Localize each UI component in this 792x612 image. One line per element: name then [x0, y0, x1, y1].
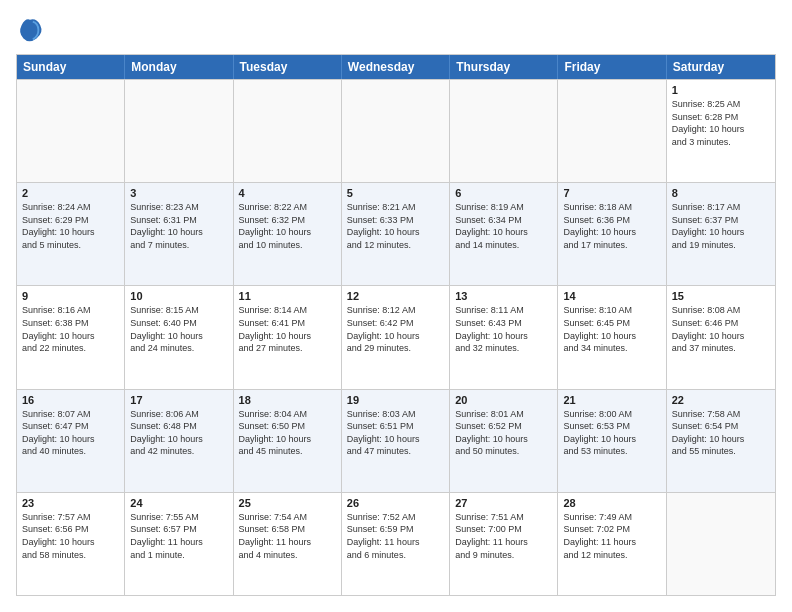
cal-cell: 16Sunrise: 8:07 AM Sunset: 6:47 PM Dayli…	[17, 390, 125, 492]
day-number: 15	[672, 290, 770, 302]
calendar-body: 1Sunrise: 8:25 AM Sunset: 6:28 PM Daylig…	[17, 79, 775, 595]
cal-cell: 7Sunrise: 8:18 AM Sunset: 6:36 PM Daylig…	[558, 183, 666, 285]
day-number: 19	[347, 394, 444, 406]
day-info: Sunrise: 7:57 AM Sunset: 6:56 PM Dayligh…	[22, 511, 119, 561]
cal-cell: 13Sunrise: 8:11 AM Sunset: 6:43 PM Dayli…	[450, 286, 558, 388]
cal-cell: 8Sunrise: 8:17 AM Sunset: 6:37 PM Daylig…	[667, 183, 775, 285]
day-info: Sunrise: 8:21 AM Sunset: 6:33 PM Dayligh…	[347, 201, 444, 251]
cal-cell: 15Sunrise: 8:08 AM Sunset: 6:46 PM Dayli…	[667, 286, 775, 388]
header	[16, 16, 776, 44]
week-row-1: 1Sunrise: 8:25 AM Sunset: 6:28 PM Daylig…	[17, 79, 775, 182]
week-row-3: 9Sunrise: 8:16 AM Sunset: 6:38 PM Daylig…	[17, 285, 775, 388]
day-number: 1	[672, 84, 770, 96]
day-number: 16	[22, 394, 119, 406]
cal-cell: 25Sunrise: 7:54 AM Sunset: 6:58 PM Dayli…	[234, 493, 342, 595]
day-info: Sunrise: 8:12 AM Sunset: 6:42 PM Dayligh…	[347, 304, 444, 354]
cal-cell: 6Sunrise: 8:19 AM Sunset: 6:34 PM Daylig…	[450, 183, 558, 285]
cal-cell: 26Sunrise: 7:52 AM Sunset: 6:59 PM Dayli…	[342, 493, 450, 595]
header-day-sunday: Sunday	[17, 55, 125, 79]
day-number: 23	[22, 497, 119, 509]
day-number: 27	[455, 497, 552, 509]
cal-cell	[234, 80, 342, 182]
day-number: 8	[672, 187, 770, 199]
day-number: 2	[22, 187, 119, 199]
day-number: 18	[239, 394, 336, 406]
cal-cell: 23Sunrise: 7:57 AM Sunset: 6:56 PM Dayli…	[17, 493, 125, 595]
day-number: 12	[347, 290, 444, 302]
day-number: 3	[130, 187, 227, 199]
day-number: 17	[130, 394, 227, 406]
day-info: Sunrise: 8:07 AM Sunset: 6:47 PM Dayligh…	[22, 408, 119, 458]
day-number: 22	[672, 394, 770, 406]
cal-cell: 5Sunrise: 8:21 AM Sunset: 6:33 PM Daylig…	[342, 183, 450, 285]
day-number: 11	[239, 290, 336, 302]
cal-cell: 28Sunrise: 7:49 AM Sunset: 7:02 PM Dayli…	[558, 493, 666, 595]
day-info: Sunrise: 7:49 AM Sunset: 7:02 PM Dayligh…	[563, 511, 660, 561]
cal-cell	[342, 80, 450, 182]
day-info: Sunrise: 8:23 AM Sunset: 6:31 PM Dayligh…	[130, 201, 227, 251]
day-number: 9	[22, 290, 119, 302]
day-info: Sunrise: 8:17 AM Sunset: 6:37 PM Dayligh…	[672, 201, 770, 251]
header-day-saturday: Saturday	[667, 55, 775, 79]
page: SundayMondayTuesdayWednesdayThursdayFrid…	[0, 0, 792, 612]
cal-cell: 14Sunrise: 8:10 AM Sunset: 6:45 PM Dayli…	[558, 286, 666, 388]
day-info: Sunrise: 8:19 AM Sunset: 6:34 PM Dayligh…	[455, 201, 552, 251]
cal-cell: 22Sunrise: 7:58 AM Sunset: 6:54 PM Dayli…	[667, 390, 775, 492]
cal-cell: 18Sunrise: 8:04 AM Sunset: 6:50 PM Dayli…	[234, 390, 342, 492]
day-number: 21	[563, 394, 660, 406]
cal-cell	[17, 80, 125, 182]
day-info: Sunrise: 7:54 AM Sunset: 6:58 PM Dayligh…	[239, 511, 336, 561]
cal-cell: 1Sunrise: 8:25 AM Sunset: 6:28 PM Daylig…	[667, 80, 775, 182]
day-info: Sunrise: 8:25 AM Sunset: 6:28 PM Dayligh…	[672, 98, 770, 148]
day-info: Sunrise: 8:15 AM Sunset: 6:40 PM Dayligh…	[130, 304, 227, 354]
calendar-header: SundayMondayTuesdayWednesdayThursdayFrid…	[17, 55, 775, 79]
day-info: Sunrise: 8:03 AM Sunset: 6:51 PM Dayligh…	[347, 408, 444, 458]
cal-cell	[558, 80, 666, 182]
week-row-2: 2Sunrise: 8:24 AM Sunset: 6:29 PM Daylig…	[17, 182, 775, 285]
header-day-monday: Monday	[125, 55, 233, 79]
cal-cell: 10Sunrise: 8:15 AM Sunset: 6:40 PM Dayli…	[125, 286, 233, 388]
cal-cell: 9Sunrise: 8:16 AM Sunset: 6:38 PM Daylig…	[17, 286, 125, 388]
header-day-tuesday: Tuesday	[234, 55, 342, 79]
day-info: Sunrise: 8:00 AM Sunset: 6:53 PM Dayligh…	[563, 408, 660, 458]
cal-cell: 11Sunrise: 8:14 AM Sunset: 6:41 PM Dayli…	[234, 286, 342, 388]
day-info: Sunrise: 7:52 AM Sunset: 6:59 PM Dayligh…	[347, 511, 444, 561]
week-row-4: 16Sunrise: 8:07 AM Sunset: 6:47 PM Dayli…	[17, 389, 775, 492]
header-day-wednesday: Wednesday	[342, 55, 450, 79]
header-day-friday: Friday	[558, 55, 666, 79]
day-number: 28	[563, 497, 660, 509]
week-row-5: 23Sunrise: 7:57 AM Sunset: 6:56 PM Dayli…	[17, 492, 775, 595]
cal-cell	[450, 80, 558, 182]
day-info: Sunrise: 8:24 AM Sunset: 6:29 PM Dayligh…	[22, 201, 119, 251]
logo	[16, 16, 48, 44]
cal-cell	[667, 493, 775, 595]
day-number: 4	[239, 187, 336, 199]
day-info: Sunrise: 7:58 AM Sunset: 6:54 PM Dayligh…	[672, 408, 770, 458]
cal-cell: 2Sunrise: 8:24 AM Sunset: 6:29 PM Daylig…	[17, 183, 125, 285]
logo-icon	[16, 16, 44, 44]
cal-cell: 12Sunrise: 8:12 AM Sunset: 6:42 PM Dayli…	[342, 286, 450, 388]
day-info: Sunrise: 8:11 AM Sunset: 6:43 PM Dayligh…	[455, 304, 552, 354]
day-info: Sunrise: 8:04 AM Sunset: 6:50 PM Dayligh…	[239, 408, 336, 458]
day-number: 13	[455, 290, 552, 302]
day-number: 14	[563, 290, 660, 302]
day-info: Sunrise: 8:08 AM Sunset: 6:46 PM Dayligh…	[672, 304, 770, 354]
day-info: Sunrise: 7:55 AM Sunset: 6:57 PM Dayligh…	[130, 511, 227, 561]
header-day-thursday: Thursday	[450, 55, 558, 79]
day-info: Sunrise: 8:06 AM Sunset: 6:48 PM Dayligh…	[130, 408, 227, 458]
cal-cell	[125, 80, 233, 182]
cal-cell: 4Sunrise: 8:22 AM Sunset: 6:32 PM Daylig…	[234, 183, 342, 285]
calendar: SundayMondayTuesdayWednesdayThursdayFrid…	[16, 54, 776, 596]
cal-cell: 3Sunrise: 8:23 AM Sunset: 6:31 PM Daylig…	[125, 183, 233, 285]
cal-cell: 27Sunrise: 7:51 AM Sunset: 7:00 PM Dayli…	[450, 493, 558, 595]
day-number: 7	[563, 187, 660, 199]
day-number: 10	[130, 290, 227, 302]
cal-cell: 17Sunrise: 8:06 AM Sunset: 6:48 PM Dayli…	[125, 390, 233, 492]
day-info: Sunrise: 7:51 AM Sunset: 7:00 PM Dayligh…	[455, 511, 552, 561]
day-number: 5	[347, 187, 444, 199]
day-info: Sunrise: 8:01 AM Sunset: 6:52 PM Dayligh…	[455, 408, 552, 458]
day-number: 25	[239, 497, 336, 509]
day-number: 20	[455, 394, 552, 406]
day-info: Sunrise: 8:18 AM Sunset: 6:36 PM Dayligh…	[563, 201, 660, 251]
day-info: Sunrise: 8:16 AM Sunset: 6:38 PM Dayligh…	[22, 304, 119, 354]
